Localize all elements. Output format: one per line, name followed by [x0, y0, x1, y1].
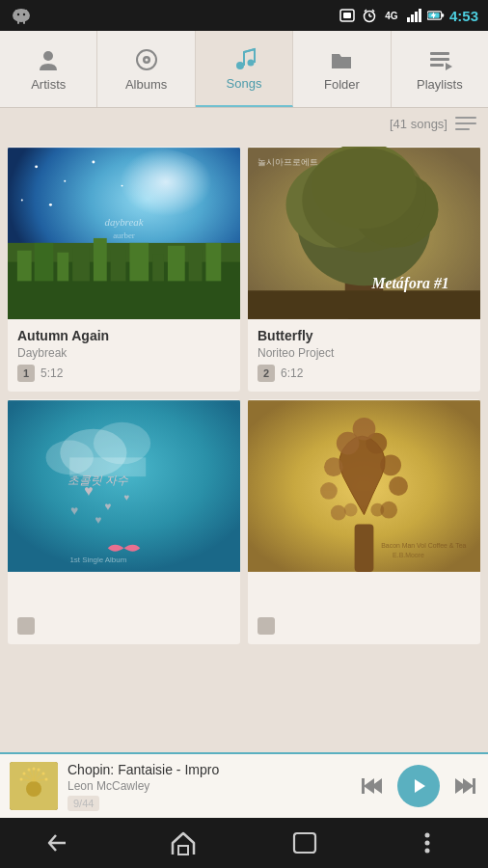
tab-songs[interactable]: Songs [196, 31, 293, 107]
svg-text:E.B.Moore: E.B.Moore [393, 552, 424, 558]
svg-text:초콜릿 자수: 초콜릿 자수 [68, 474, 129, 487]
song-count-bar: [41 songs] [0, 108, 488, 139]
track-num-3 [17, 617, 35, 635]
next-button[interactable] [451, 773, 478, 800]
now-playing-title: Chopin: Fantaisie - Impro [68, 762, 349, 777]
more-icon [422, 829, 432, 856]
svg-text:daybreak: daybreak [104, 216, 143, 228]
svg-point-88 [380, 454, 401, 475]
albums-icon [134, 47, 159, 72]
svg-text:♥: ♥ [124, 492, 130, 502]
recents-icon [291, 830, 318, 855]
svg-text:Metáfora #1: Metáfora #1 [370, 275, 448, 292]
sim-icon [339, 9, 356, 22]
song-artist-2: Noriteo Project [258, 346, 471, 360]
tab-folder-label: Folder [324, 77, 360, 92]
svg-point-94 [344, 503, 358, 517]
svg-point-41 [122, 185, 123, 187]
svg-rect-116 [362, 778, 365, 794]
tab-artists[interactable]: Artists [0, 31, 97, 107]
svg-point-43 [49, 203, 52, 206]
song-artist-4 [258, 599, 471, 612]
svg-line-31 [244, 49, 255, 52]
more-button[interactable] [403, 824, 451, 862]
svg-text:1st Single Album: 1st Single Album [69, 556, 126, 564]
svg-rect-6 [27, 15, 29, 19]
song-card-butterfly[interactable]: 놀시아프로에트 Metáfora #1 Butterfly Noriteo Pr… [248, 147, 480, 392]
artwork-autumn-again-svg: daybreak aurber [8, 147, 240, 320]
track-num-4 [258, 617, 275, 635]
song-title-4 [258, 581, 471, 596]
svg-rect-123 [294, 833, 315, 853]
svg-text:♥: ♥ [70, 502, 78, 518]
bottom-nav [0, 818, 488, 868]
now-playing-thumb-svg [10, 762, 58, 810]
song-info-1: Autumn Again Daybreak 1 5:12 [8, 320, 240, 392]
track-num-2: 2 [258, 365, 275, 382]
tab-playlists[interactable]: Playlists [392, 31, 488, 107]
home-icon [169, 829, 198, 856]
svg-rect-120 [473, 778, 475, 794]
svg-point-40 [92, 160, 95, 163]
svg-rect-48 [57, 253, 68, 282]
song-title-3 [17, 581, 230, 596]
svg-rect-50 [94, 238, 107, 281]
svg-point-0 [13, 9, 30, 22]
artwork-song3-svg: ♥ ♥ ♥ ♥ ♥ 초콜릿 자수 1st Single Album [8, 399, 240, 573]
svg-rect-16 [407, 17, 410, 22]
now-playing-info: Chopin: Fantaisie - Impro Leon McCawley … [68, 762, 349, 811]
tab-albums[interactable]: Albums [97, 31, 195, 107]
svg-rect-56 [205, 243, 221, 282]
artwork-butterfly-svg: 놀시아프로에트 Metáfora #1 [248, 147, 480, 320]
recents-button[interactable] [281, 824, 329, 862]
svg-point-91 [331, 505, 346, 521]
svg-point-107 [28, 769, 31, 772]
svg-rect-55 [189, 251, 203, 282]
now-playing-controls [359, 765, 478, 807]
tab-folder[interactable]: Folder [293, 31, 391, 107]
svg-point-93 [353, 418, 376, 441]
svg-rect-17 [411, 14, 414, 22]
home-button[interactable] [159, 824, 207, 862]
song-grid: daybreak aurber Autumn Again Daybreak 1 … [0, 139, 488, 652]
play-button[interactable] [397, 765, 440, 807]
song-card-3[interactable]: ♥ ♥ ♥ ♥ ♥ 초콜릿 자수 1st Single Album [8, 399, 240, 644]
svg-rect-7 [17, 20, 19, 24]
android-icon [10, 6, 33, 25]
svg-rect-83 [355, 525, 374, 572]
back-button[interactable] [37, 824, 85, 862]
folder-icon [329, 47, 354, 72]
song-duration-2: 6:12 [281, 366, 303, 380]
svg-point-66 [302, 148, 425, 253]
sort-line-1 [455, 117, 476, 119]
play-icon [408, 775, 429, 797]
svg-point-38 [35, 165, 38, 168]
song-card-4[interactable]: Bacon Man Vol Coffee & Tea E.B.Moore [248, 399, 480, 644]
svg-marker-35 [446, 63, 452, 70]
svg-marker-117 [415, 779, 425, 793]
song-card-autumn-again[interactable]: daybreak aurber Autumn Again Daybreak 1 … [8, 147, 240, 392]
sort-icon[interactable] [455, 115, 476, 132]
svg-point-90 [389, 476, 408, 496]
svg-rect-47 [35, 243, 54, 282]
prev-button[interactable] [359, 773, 386, 800]
songs-icon [231, 46, 257, 71]
svg-point-110 [42, 773, 45, 775]
now-playing-artwork [10, 762, 58, 810]
song-info-2: Butterfly Noriteo Project 2 6:12 [248, 320, 480, 392]
svg-text:놀시아프로에트: 놀시아프로에트 [258, 157, 318, 167]
svg-text:Bacon Man Vol Coffee & Tea: Bacon Man Vol Coffee & Tea [381, 542, 466, 549]
svg-point-113 [20, 778, 23, 781]
svg-point-108 [33, 768, 36, 771]
svg-point-29 [236, 62, 244, 69]
svg-rect-18 [415, 12, 418, 22]
svg-rect-51 [111, 251, 126, 282]
status-bar-right: 4G 4:53 [339, 8, 478, 24]
song-info-3 [8, 573, 240, 644]
status-time: 4:53 [449, 8, 478, 24]
svg-text:aurber: aurber [113, 231, 135, 240]
song-info-4 [248, 573, 480, 644]
artwork-butterfly: 놀시아프로에트 Metáfora #1 [248, 147, 480, 320]
svg-point-28 [145, 58, 148, 61]
svg-point-89 [320, 482, 338, 500]
